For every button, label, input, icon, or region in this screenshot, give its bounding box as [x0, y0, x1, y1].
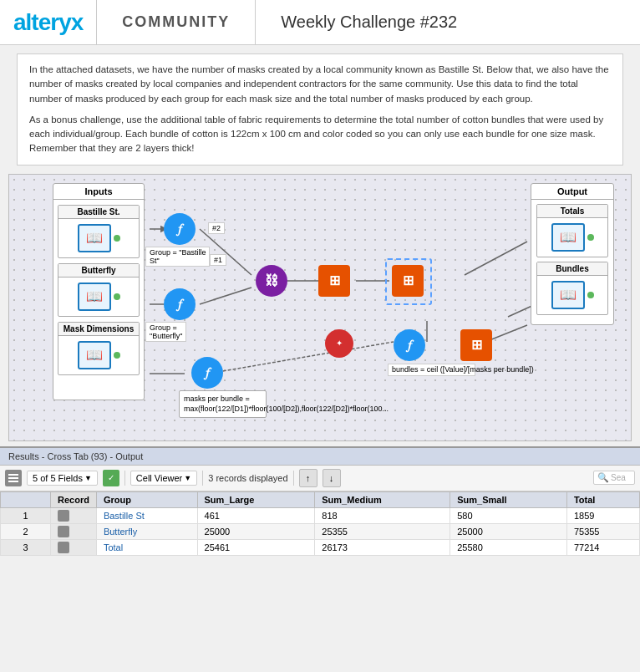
formula-tool-2[interactable]: 𝑓: [164, 288, 196, 320]
viewer-button[interactable]: Cell Viewer ▼: [130, 471, 197, 486]
totals-dot: [587, 234, 594, 241]
table-container: Record Group Sum_Large Sum_Medium Sum_Sm…: [0, 491, 640, 556]
formula-tool-1[interactable]: 𝑓: [164, 213, 196, 245]
divider-3: [293, 471, 294, 486]
description-p1: In the attached datasets, we have the nu…: [29, 63, 611, 106]
inputs-box: Inputs Bastille St. 📖 Butterfly 📖 Mask D…: [53, 183, 145, 400]
cell-sum-large: 25461: [197, 539, 315, 555]
masks-per-bundle-label: masks per bundle = max(floor(122/[D1])*f…: [179, 390, 267, 418]
results-toolbar: 5 of 5 Fields ▼ ✓ Cell Viewer ▼ 3 record…: [0, 466, 640, 491]
col-group: Record: [51, 491, 97, 507]
output-box: Output Totals 📖 Bundles 📖: [531, 183, 614, 325]
cell-total: 77214: [566, 539, 639, 555]
logo-section: alteryx: [0, 0, 97, 44]
bundles-formula-label: bundles = ceil ([Value]/[masks per bundl…: [388, 364, 475, 377]
workflow-canvas: Inputs Bastille St. 📖 Butterfly 📖 Mask D…: [8, 174, 632, 441]
output-title: Output: [531, 184, 613, 200]
col-record: [1, 491, 51, 507]
formula1-label: Group = "BastilleSt": [145, 247, 210, 267]
description-box: In the attached datasets, we have the nu…: [17, 53, 623, 165]
arrow-down-btn[interactable]: ↓: [323, 469, 341, 487]
bundles-icon: 📖: [551, 281, 585, 309]
search-box[interactable]: 🔍 Sea: [593, 471, 635, 485]
bundles-output: Bundles 📖: [536, 262, 608, 315]
butterfly-label: Butterfly: [58, 264, 139, 277]
cell-total: 1859: [566, 507, 639, 523]
cell-sum-large: 461: [197, 507, 315, 523]
svg-line-7: [465, 242, 527, 275]
bundles-dot: [587, 292, 594, 298]
bastille-label: Bastille St.: [58, 206, 139, 219]
output-bundles-icon: ⊞: [471, 337, 482, 353]
fields-dropdown-icon: ▼: [84, 474, 92, 482]
svg-rect-14: [8, 481, 18, 482]
check-icon[interactable]: ✓: [103, 470, 119, 486]
join-tool[interactable]: 𝑓: [394, 329, 425, 361]
crosstab-tool[interactable]: ⊞: [318, 265, 350, 297]
mask-dims-label: Mask Dimensions: [58, 323, 139, 336]
union-tool[interactable]: ⛓: [256, 265, 287, 297]
masks-formula-tool[interactable]: 𝑓: [191, 357, 223, 389]
cell-sum-medium: 25355: [315, 523, 450, 539]
records-label: 3 records displayed: [208, 473, 287, 483]
num2-label: #2: [208, 222, 225, 234]
formula-icon-1: 𝑓: [178, 221, 181, 237]
fields-icon[interactable]: [5, 470, 22, 486]
bundles-label: Bundles: [537, 262, 607, 276]
svg-rect-12: [8, 474, 18, 476]
row-icon: [51, 523, 97, 539]
table-row: 2 Butterfly 25000 25355 25000 75355: [1, 523, 640, 539]
cell-sum-medium: 26173: [315, 539, 450, 555]
hub-icon: ✦: [336, 339, 343, 348]
results-table: Record Group Sum_Large Sum_Medium Sum_Sm…: [0, 491, 640, 556]
record-num: 2: [1, 523, 51, 539]
fields-button[interactable]: 5 of 5 Fields ▼: [27, 471, 98, 486]
arrow-up-btn[interactable]: ↑: [299, 469, 317, 487]
viewer-label: Cell Viewer: [136, 473, 182, 483]
fields-label: 5 of 5 Fields: [33, 473, 83, 483]
app-header: alteryx COMMUNITY Weekly Challenge #232: [0, 0, 640, 45]
output-totals-icon: ⊞: [403, 272, 414, 288]
cell-sum-medium: 818: [315, 507, 450, 523]
cell-group: Total: [96, 539, 197, 555]
union-icon: ⛓: [265, 273, 278, 288]
totals-label: Totals: [537, 205, 607, 218]
table-body: 1 Bastille St 461 818 580 1859 2 Butterf…: [1, 507, 640, 555]
table-header: Record Group Sum_Large Sum_Medium Sum_Sm…: [1, 491, 640, 507]
join-icon: 𝑓: [408, 338, 411, 353]
output-tool-totals[interactable]: ⊞: [392, 265, 424, 297]
totals-icon: 📖: [551, 223, 585, 252]
cell-group: Butterfly: [96, 523, 197, 539]
divider-1: [124, 471, 125, 486]
results-header: Results - Cross Tab (93) - Output: [0, 448, 640, 466]
output-tool-bundles[interactable]: ⊞: [460, 329, 492, 361]
col-total: Total: [566, 491, 639, 507]
formula2-label: Group ="Butterfly": [145, 322, 186, 342]
svg-line-9: [208, 342, 394, 374]
totals-output: Totals 📖: [536, 204, 608, 257]
svg-rect-13: [8, 477, 18, 479]
search-placeholder: Sea: [611, 473, 626, 482]
cell-sum-small: 580: [450, 507, 567, 523]
logo-text: alteryx: [13, 9, 83, 36]
bastille-input: Bastille St. 📖: [58, 205, 140, 258]
challenge-title: Weekly Challenge #232: [256, 13, 482, 32]
mask-dims-dot: [114, 352, 120, 359]
description-p2: As a bonus challenge, use the additional…: [29, 113, 611, 156]
community-section: COMMUNITY: [97, 0, 256, 44]
cell-sum-small: 25580: [450, 539, 567, 555]
col-sum-large: Sum_Large: [197, 491, 315, 507]
hub-node: ✦: [325, 329, 353, 358]
inputs-title: Inputs: [53, 184, 144, 200]
formula-icon-2: 𝑓: [178, 297, 181, 312]
divider-2: [202, 471, 203, 486]
viewer-dropdown-icon: ▼: [184, 474, 191, 482]
butterfly-dot: [114, 293, 120, 300]
cell-group: Bastille St: [96, 507, 197, 523]
search-icon: 🔍: [597, 472, 609, 483]
cell-sum-small: 25000: [450, 523, 567, 539]
cell-total: 75355: [566, 523, 639, 539]
cell-sum-large: 25000: [197, 523, 315, 539]
results-panel: Results - Cross Tab (93) - Output 5 of 5…: [0, 446, 640, 556]
mask-dims-input: Mask Dimensions 📖: [58, 322, 140, 375]
